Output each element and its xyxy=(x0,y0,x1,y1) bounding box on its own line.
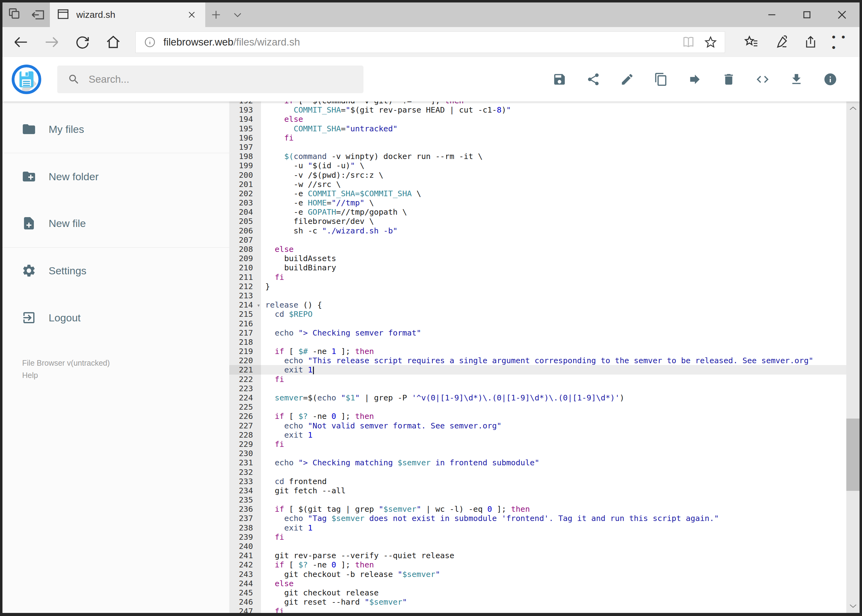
refresh-icon[interactable] xyxy=(67,29,98,55)
favorite-star-icon[interactable] xyxy=(704,35,717,49)
save-button[interactable] xyxy=(552,72,567,86)
minimize-button[interactable] xyxy=(754,2,790,27)
sidebar-item-my-files[interactable]: My files xyxy=(2,112,229,146)
share-button[interactable] xyxy=(586,72,600,86)
more-options-icon[interactable]: • • • xyxy=(832,32,851,52)
code-line-198[interactable]: 198 $(command -v winpty) docker run --rm… xyxy=(229,152,846,161)
code-line-207[interactable]: 207 xyxy=(229,235,846,245)
url-field[interactable]: filebrowser.web/files/wizard.sh xyxy=(136,31,725,53)
code-line-221[interactable]: 221 exit 1 xyxy=(229,365,846,374)
code-line-237[interactable]: 237 echo "Tag $semver does not exist in … xyxy=(229,514,846,523)
code-line-205[interactable]: 205 filebrowser/dev \ xyxy=(229,217,846,226)
favorites-hub-icon[interactable] xyxy=(741,32,761,52)
tab-close-icon[interactable] xyxy=(185,8,199,22)
code-line-241[interactable]: 241 git rev-parse --verify --quiet relea… xyxy=(229,551,846,560)
code-line-231[interactable]: 231 echo "> Checking matching $semver in… xyxy=(229,458,846,467)
code-line-210[interactable]: 210 buildBinary xyxy=(229,263,846,272)
code-line-244[interactable]: 244 else xyxy=(229,579,846,588)
reading-view-icon[interactable] xyxy=(682,35,695,49)
code-line-224[interactable]: 224 semver=$(echo "$1" | grep -P '^v(0|[… xyxy=(229,393,846,402)
code-line-195[interactable]: 195 COMMIT_SHA="untracked" xyxy=(229,124,846,133)
sidebar-item-logout[interactable]: Logout xyxy=(2,301,229,335)
code-line-196[interactable]: 196 fi xyxy=(229,133,846,142)
home-icon[interactable] xyxy=(98,29,129,55)
vertical-scrollbar[interactable] xyxy=(846,102,860,613)
code-line-235[interactable]: 235 xyxy=(229,495,846,504)
scroll-up-icon[interactable] xyxy=(846,102,860,116)
delete-button[interactable] xyxy=(722,72,736,86)
back-icon[interactable] xyxy=(6,29,36,55)
code-line-227[interactable]: 227 echo "Not valid semver format. See s… xyxy=(229,421,846,430)
code-line-194[interactable]: 194 else xyxy=(229,115,846,124)
code-line-238[interactable]: 238 exit 1 xyxy=(229,523,846,532)
help-link[interactable]: Help xyxy=(22,369,229,381)
forward-icon[interactable] xyxy=(36,29,67,55)
code-line-223[interactable]: 223 xyxy=(229,384,846,393)
tabs-set-aside-icon[interactable] xyxy=(30,6,46,24)
code-line-247[interactable]: 247 fi xyxy=(229,607,846,613)
code-line-197[interactable]: 197 xyxy=(229,142,846,152)
site-info-icon[interactable] xyxy=(144,36,156,48)
code-line-225[interactable]: 225 xyxy=(229,402,846,412)
code-line-232[interactable]: 232 xyxy=(229,467,846,477)
code-line-214[interactable]: 214▾release () { xyxy=(229,300,846,310)
tab-wizard-sh[interactable]: wizard.sh xyxy=(50,2,205,27)
code-line-243[interactable]: 243 git checkout -b release "$semver" xyxy=(229,570,846,579)
code-line-242[interactable]: 242 if [ $? -ne 0 ]; then xyxy=(229,560,846,569)
tab-list-chevron-icon[interactable] xyxy=(227,2,248,27)
scrollbar-thumb[interactable] xyxy=(846,418,860,491)
scroll-down-icon[interactable] xyxy=(846,599,860,613)
code-line-204[interactable]: 204 -e GOPATH=//tmp/gopath \ xyxy=(229,207,846,217)
code-line-203[interactable]: 203 -e HOME="//tmp" \ xyxy=(229,198,846,207)
code-editor[interactable]: 192 if [ "$(command -v git)" != "" ]; th… xyxy=(229,102,846,613)
search-input[interactable] xyxy=(88,73,336,85)
copy-button[interactable] xyxy=(654,72,668,86)
code-line-220[interactable]: 220 echo "This release script requires a… xyxy=(229,356,846,365)
info-button[interactable] xyxy=(823,72,837,86)
code-line-222[interactable]: 222 fi xyxy=(229,375,846,384)
set-tabs-aside-icon[interactable] xyxy=(6,6,22,24)
code-line-200[interactable]: 200 -v /$(pwd):/src:z \ xyxy=(229,170,846,179)
download-button[interactable] xyxy=(790,72,804,86)
code-line-239[interactable]: 239 fi xyxy=(229,532,846,542)
code-line-217[interactable]: 217 echo "> Checking semver format" xyxy=(229,328,846,337)
code-line-229[interactable]: 229 fi xyxy=(229,440,846,449)
filebrowser-logo-icon[interactable] xyxy=(12,64,41,94)
code-line-228[interactable]: 228 exit 1 xyxy=(229,430,846,440)
code-line-208[interactable]: 208 else xyxy=(229,245,846,254)
code-line-192[interactable]: 192 if [ "$(command -v git)" != "" ]; th… xyxy=(229,102,846,105)
sidebar-item-new-file[interactable]: New file xyxy=(2,206,229,240)
code-line-236[interactable]: 236 if [ $(git tag | grep "$semver" | wc… xyxy=(229,504,846,514)
code-line-206[interactable]: 206 sh -c "./wizard.sh -b" xyxy=(229,226,846,235)
close-button[interactable] xyxy=(824,2,860,27)
web-note-pen-icon[interactable] xyxy=(772,32,791,52)
code-line-245[interactable]: 245 git checkout release xyxy=(229,588,846,597)
code-view-button[interactable] xyxy=(755,72,770,86)
code-line-216[interactable]: 216 xyxy=(229,319,846,328)
code-line-199[interactable]: 199 -u "$(id -u)" \ xyxy=(229,161,846,170)
code-line-201[interactable]: 201 -w //src \ xyxy=(229,179,846,189)
code-line-234[interactable]: 234 git fetch --all xyxy=(229,486,846,495)
code-line-215[interactable]: 215 cd $REPO xyxy=(229,310,846,319)
code-line-213[interactable]: 213 xyxy=(229,291,846,300)
code-line-226[interactable]: 226 if [ $? -ne 0 ]; then xyxy=(229,412,846,421)
share-page-icon[interactable] xyxy=(802,32,821,52)
edit-button[interactable] xyxy=(620,72,634,86)
code-line-233[interactable]: 233 cd frontend xyxy=(229,477,846,486)
move-button[interactable] xyxy=(688,72,702,86)
new-tab-button[interactable] xyxy=(205,2,227,27)
code-line-246[interactable]: 246 git reset --hard "$semver" xyxy=(229,597,846,607)
code-line-193[interactable]: 193 COMMIT_SHA="$(git rev-parse HEAD | c… xyxy=(229,105,846,115)
search-box[interactable] xyxy=(57,66,364,93)
fold-arrow-icon[interactable]: ▾ xyxy=(257,300,260,310)
code-line-230[interactable]: 230 xyxy=(229,449,846,458)
sidebar-item-settings[interactable]: Settings xyxy=(2,254,229,288)
maximize-button[interactable] xyxy=(790,2,824,27)
code-line-219[interactable]: 219 if [ $# -ne 1 ]; then xyxy=(229,347,846,356)
sidebar-item-new-folder[interactable]: New folder xyxy=(2,160,229,193)
code-line-212[interactable]: 212} xyxy=(229,282,846,291)
code-line-202[interactable]: 202 -e COMMIT_SHA=$COMMIT_SHA \ xyxy=(229,189,846,198)
code-line-218[interactable]: 218 xyxy=(229,337,846,347)
code-line-209[interactable]: 209 buildAssets xyxy=(229,254,846,263)
code-line-211[interactable]: 211 fi xyxy=(229,272,846,282)
